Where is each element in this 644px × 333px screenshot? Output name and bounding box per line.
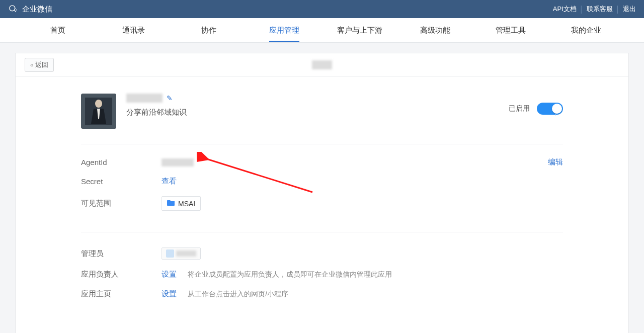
header-links: API文档 │ 联系客服 │ 退出 <box>553 5 636 14</box>
support-link[interactable]: 联系客服 <box>587 5 613 14</box>
admin-row: 管理员 <box>81 247 563 260</box>
owner-row: 应用负责人 设置 将企业成员配置为应用负责人，成员即可在企业微信内管理此应用 <box>81 270 563 279</box>
enable-toggle[interactable] <box>537 103 563 115</box>
nav-collab[interactable]: 协作 <box>171 18 247 42</box>
scope-department-chip[interactable]: MSAI <box>162 196 201 211</box>
admin-name-redacted <box>176 251 196 257</box>
svg-point-5 <box>95 100 102 108</box>
app-summary: ✎ 分享前沿邻域知识 已启用 <box>81 94 563 144</box>
app-detail-panel: « 返回 ✎ 分享前沿邻域知识 <box>15 53 629 333</box>
homepage-row: 应用主页 设置 从工作台点击进入的网页/小程序 <box>81 289 563 299</box>
scope-label: 可见范围 <box>81 199 162 208</box>
app-title-row: ✎ <box>126 94 187 103</box>
edit-info-link[interactable]: 编辑 <box>548 157 563 167</box>
scope-row: 可见范围 MSAI <box>81 196 563 211</box>
app-title-redacted <box>312 60 332 69</box>
chevron-left-icon: « <box>30 62 33 68</box>
secret-row: Secret 查看 <box>81 177 563 186</box>
divider: │ <box>616 6 620 13</box>
scope-department-label: MSAI <box>178 200 195 208</box>
admin-label: 管理员 <box>81 249 162 259</box>
app-description: 分享前沿邻域知识 <box>126 108 187 117</box>
svg-point-1 <box>15 8 16 9</box>
folder-icon <box>167 199 175 208</box>
avatar-icon <box>166 249 174 258</box>
svg-point-2 <box>16 10 17 11</box>
divider: │ <box>580 6 584 13</box>
homepage-set-link[interactable]: 设置 <box>162 289 177 298</box>
enabled-label: 已启用 <box>509 104 530 113</box>
app-logo-icon <box>81 94 116 129</box>
panel-header: « 返回 <box>16 53 628 76</box>
nav-my-enterprise[interactable]: 我的企业 <box>548 18 624 42</box>
nav-contacts[interactable]: 通讯录 <box>96 18 171 42</box>
back-button[interactable]: « 返回 <box>25 58 54 72</box>
nav-home[interactable]: 首页 <box>20 18 96 42</box>
brand-name: 企业微信 <box>22 5 52 14</box>
agent-id-redacted <box>162 158 194 166</box>
owner-label: 应用负责人 <box>81 270 162 279</box>
panel-content: ✎ 分享前沿邻域知识 已启用 编辑 AgentId Secret <box>16 76 628 330</box>
app-name-redacted <box>126 94 163 103</box>
agent-id-row: AgentId <box>81 157 563 166</box>
nav-tools[interactable]: 管理工具 <box>473 18 548 42</box>
logout-link[interactable]: 退出 <box>623 5 636 14</box>
wecom-logo-icon <box>8 4 18 14</box>
api-docs-link[interactable]: API文档 <box>553 5 577 14</box>
app-mgmt-section: 管理员 应用负责人 设置 将企业成员配置为应用负责人，成员即可在企业微信内管理此… <box>81 232 563 310</box>
nav-customers[interactable]: 客户与上下游 <box>322 18 397 42</box>
owner-set-link[interactable]: 设置 <box>162 270 177 278</box>
nav-apps[interactable]: 应用管理 <box>247 18 322 42</box>
global-header: 企业微信 API文档 │ 联系客服 │ 退出 <box>0 0 644 18</box>
homepage-hint: 从工作台点击进入的网页/小程序 <box>188 290 288 298</box>
owner-hint: 将企业成员配置为应用负责人，成员即可在企业微信内管理此应用 <box>188 270 392 278</box>
agent-id-value <box>162 157 194 166</box>
secret-label: Secret <box>81 177 162 186</box>
nav-advanced[interactable]: 高级功能 <box>397 18 473 42</box>
app-info-section: 编辑 AgentId Secret 查看 可见范围 <box>81 144 563 232</box>
app-meta: ✎ 分享前沿邻域知识 <box>126 94 187 117</box>
agent-id-label: AgentId <box>81 158 162 166</box>
admin-chip[interactable] <box>162 247 201 260</box>
back-label: 返回 <box>35 60 48 69</box>
enable-status: 已启用 <box>509 103 563 115</box>
main-nav: 首页 通讯录 协作 应用管理 客户与上下游 高级功能 管理工具 我的企业 <box>0 18 644 43</box>
brand: 企业微信 <box>8 4 52 14</box>
secret-view-link[interactable]: 查看 <box>162 177 177 185</box>
homepage-label: 应用主页 <box>81 289 162 299</box>
edit-name-icon[interactable]: ✎ <box>167 94 173 102</box>
